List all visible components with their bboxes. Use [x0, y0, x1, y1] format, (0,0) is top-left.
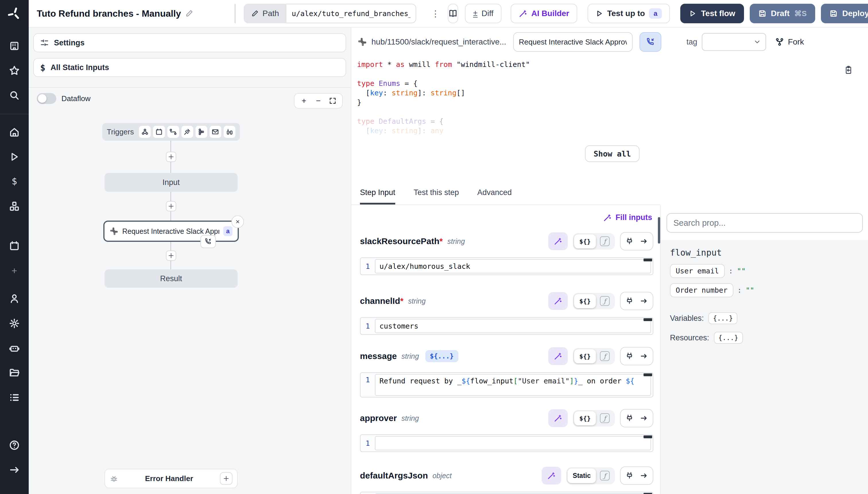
home-icon[interactable] [7, 125, 22, 139]
tag-select[interactable] [702, 33, 766, 51]
javascript-fx-button[interactable]: ƒ [600, 296, 610, 306]
tab-advanced[interactable]: Advanced [477, 188, 512, 205]
workspace-icon[interactable] [7, 38, 22, 53]
zoom-out-button[interactable]: − [311, 94, 326, 108]
slack-approval-step-node[interactable]: Request Interactive Slack Approval (... … [103, 221, 239, 242]
variables-icon[interactable]: $ [7, 174, 22, 189]
message-editor[interactable]: 1 Refund request by _${flow_input["User … [360, 372, 653, 398]
plug-connect-icon[interactable] [626, 237, 633, 245]
dataflow-toggle[interactable] [37, 93, 56, 104]
all-static-inputs-button[interactable]: $ All Static Inputs [33, 58, 346, 77]
channelId-editor[interactable]: 1 customers [360, 317, 653, 335]
edit-title-pencil-icon[interactable] [185, 10, 193, 18]
help-icon[interactable] [7, 438, 22, 453]
diff-button[interactable]: ± Diff [465, 4, 501, 23]
runs-icon[interactable] [7, 149, 22, 164]
result-node[interactable]: Result [104, 269, 238, 288]
search-icon[interactable] [7, 88, 22, 103]
step-name-input[interactable] [513, 32, 633, 52]
fill-inputs-button[interactable]: Fill inputs [603, 213, 652, 222]
insert-step-button-top[interactable] [166, 152, 176, 162]
template-mode-button[interactable]: ${} [574, 234, 596, 248]
search-prop-input[interactable] [667, 213, 863, 233]
favorites-star-icon[interactable] [7, 63, 22, 78]
suspend-phone-incoming-icon[interactable] [200, 235, 216, 248]
fields-scrollbar-thumb[interactable] [658, 217, 660, 244]
kafka-trigger-icon[interactable] [196, 126, 207, 138]
static-mode-button[interactable]: Static [568, 469, 596, 483]
docs-book-icon[interactable] [448, 4, 458, 23]
email-trigger-icon[interactable] [210, 126, 221, 138]
javascript-fx-button[interactable]: ƒ [600, 471, 610, 480]
windmill-logo[interactable] [7, 6, 22, 21]
plug-connect-icon[interactable] [626, 414, 633, 422]
test-up-to-button[interactable]: Test up to a [588, 4, 670, 23]
add-menu-icon[interactable]: + [7, 263, 22, 278]
websocket-trigger-icon[interactable] [181, 126, 193, 138]
prop-key-order-number[interactable]: Order number [670, 283, 733, 297]
arrow-right-icon[interactable] [640, 352, 648, 360]
settings-gear-icon[interactable] [7, 316, 22, 331]
ai-fill-wand-button[interactable] [548, 232, 568, 250]
insert-step-button-bottom[interactable] [166, 250, 176, 261]
path-button[interactable]: Path [244, 4, 287, 23]
defaultArgsJson-editor[interactable]: 1 [360, 492, 653, 494]
plug-connect-icon[interactable] [626, 297, 633, 305]
prop-key-user-email[interactable]: User email [670, 264, 725, 278]
fork-button[interactable]: Fork [775, 37, 804, 46]
approver-editor[interactable]: 1 [360, 434, 653, 452]
user-icon[interactable] [7, 291, 22, 306]
show-all-code-button[interactable]: Show all [585, 145, 639, 162]
hub-script-path[interactable]: hub/11500/slack/request_interactive... [358, 37, 506, 46]
suspend-approval-phone-button[interactable] [639, 32, 661, 52]
expand-sidebar-icon[interactable] [7, 462, 22, 477]
triggers-node[interactable]: Triggers [102, 123, 240, 141]
plug-connect-icon[interactable] [626, 472, 633, 480]
copy-code-clipboard-icon[interactable] [844, 65, 853, 75]
tab-step-input[interactable]: Step Input [360, 188, 395, 205]
resources-icon[interactable] [7, 199, 22, 214]
remove-step-close-icon[interactable]: × [231, 215, 244, 228]
path-input[interactable] [287, 4, 416, 23]
http-route-trigger-icon[interactable] [167, 126, 179, 138]
fullscreen-button[interactable] [326, 94, 340, 108]
template-mode-button[interactable]: ${} [574, 411, 596, 425]
variables-expand-chip[interactable]: {...} [708, 312, 737, 324]
poll-trigger-icon[interactable] [223, 126, 235, 138]
javascript-fx-button[interactable]: ƒ [600, 351, 610, 361]
insert-step-button-middle[interactable] [166, 201, 176, 211]
plug-connect-icon[interactable] [626, 352, 633, 360]
folders-icon[interactable] [7, 365, 22, 380]
arrow-right-icon[interactable] [640, 237, 648, 245]
resources-expand-chip[interactable]: {...} [714, 332, 743, 344]
ai-fill-wand-button[interactable] [548, 347, 568, 365]
schedule-trigger-icon[interactable] [153, 126, 165, 138]
test-flow-button[interactable]: Test flow [680, 4, 744, 23]
arrow-right-icon[interactable] [640, 472, 648, 480]
zoom-in-button[interactable]: + [297, 94, 311, 108]
undo-button[interactable] [235, 4, 236, 23]
tab-test-this-step[interactable]: Test this step [414, 188, 459, 205]
javascript-fx-button[interactable]: ƒ [600, 413, 610, 423]
arrow-right-icon[interactable] [640, 297, 648, 305]
ai-robot-icon[interactable] [7, 341, 22, 356]
javascript-fx-button[interactable]: ƒ [600, 236, 610, 246]
input-node[interactable]: Input [104, 173, 238, 192]
deploy-button[interactable]: Deploy [821, 4, 868, 23]
schedules-icon[interactable] [7, 239, 22, 253]
error-handler-node[interactable]: Error Handler [104, 469, 238, 488]
more-options-kebab-icon[interactable]: ⋮ [431, 8, 440, 19]
draft-button[interactable]: Draft ⌘S [750, 4, 815, 23]
ai-builder-button[interactable]: AI Builder [511, 4, 577, 23]
ai-fill-wand-button[interactable] [548, 292, 568, 310]
ai-fill-wand-button[interactable] [541, 467, 561, 484]
arrow-right-icon[interactable] [640, 414, 648, 422]
flow-settings-button[interactable]: Settings [33, 33, 346, 52]
template-mode-button[interactable]: ${} [574, 294, 596, 308]
webhook-trigger-icon[interactable] [139, 126, 151, 138]
template-mode-button[interactable]: ${} [574, 349, 596, 363]
ai-fill-wand-button[interactable] [548, 409, 568, 427]
logs-list-icon[interactable] [7, 390, 22, 405]
step-code-editor[interactable]: import * as wmill from "windmill-client"… [351, 56, 868, 180]
add-error-handler-button[interactable] [220, 472, 233, 485]
